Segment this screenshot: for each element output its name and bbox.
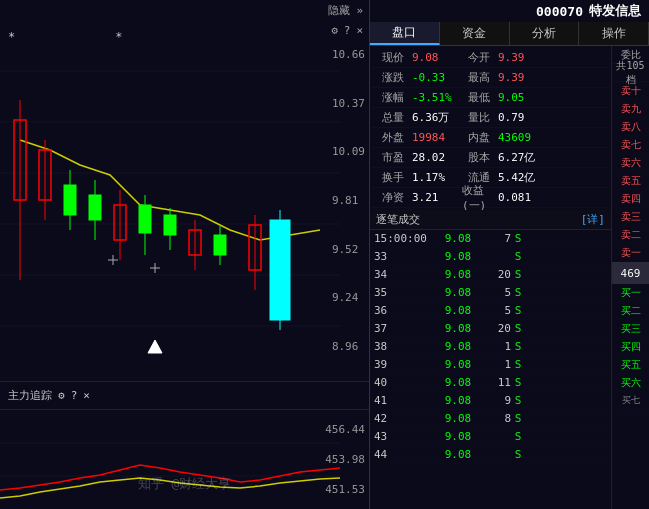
label-zhangdie: 涨跌 [372, 68, 408, 87]
tab-zijin[interactable]: 资金 [440, 22, 510, 45]
val-jinkau: 9.39 [494, 48, 609, 67]
list-item: 44 9.08 S [370, 446, 611, 464]
label-neipan: 内盘 [458, 128, 494, 147]
ob-buy-5: 买五 [612, 356, 649, 374]
sell-count: 共105档 [612, 64, 649, 82]
tab-caozuo[interactable]: 操作 [579, 22, 649, 45]
tab-fenxi[interactable]: 分析 [510, 22, 580, 45]
trade-time: 39 [370, 358, 435, 371]
main-container: 隐藏 » ⚙ ? × * * 10.66 10.37 10.09 9.81 [0, 0, 649, 509]
list-item: 43 9.08 S [370, 428, 611, 446]
mini-y-3: 451.53 [325, 483, 365, 496]
list-item: 38 9.08 1 S [370, 338, 611, 356]
svg-rect-11 [64, 185, 76, 215]
list-item: 41 9.08 9 S [370, 392, 611, 410]
val-xianjia: 9.08 [408, 48, 458, 67]
settings-icon[interactable]: ⚙ [331, 24, 338, 37]
tracker-settings-icon[interactable]: ⚙ [58, 389, 65, 402]
ob-sell-9: 卖九 [612, 100, 649, 118]
trade-vol: 8 [481, 412, 511, 425]
right-header: 000070 特发信息 [370, 0, 649, 22]
trade-time: 43 [370, 430, 435, 443]
trade-side: S [511, 358, 525, 371]
ob-sell-4: 卖四 [612, 190, 649, 208]
tracker-help-icon[interactable]: ? [71, 389, 78, 402]
svg-rect-19 [164, 215, 176, 235]
val-zuidi: 9.05 [494, 88, 609, 107]
trade-side: S [511, 340, 525, 353]
right-panel: 000070 特发信息 盘口 资金 分析 操作 现价 9.08 今开 9.39 [370, 0, 649, 509]
trade-vol: 11 [481, 376, 511, 389]
trade-price: 9.08 [435, 304, 481, 317]
trade-price: 9.08 [435, 358, 481, 371]
svg-marker-32 [148, 340, 162, 353]
ob-buy-7: 买七 [612, 392, 649, 410]
ob-buy-1: 买一 [612, 284, 649, 302]
trade-time: 42 [370, 412, 435, 425]
list-item: 39 9.08 1 S [370, 356, 611, 374]
tab-bar: 盘口 资金 分析 操作 [370, 22, 649, 46]
trade-time: 35 [370, 286, 435, 299]
trade-price: 9.08 [435, 286, 481, 299]
val-zuigao: 9.39 [494, 68, 609, 87]
tab-pankou[interactable]: 盘口 [370, 22, 440, 45]
label-shouyi: 收益(一) [458, 188, 494, 207]
trade-side: S [511, 412, 525, 425]
val-zhangfu: -3.51% [408, 88, 458, 107]
info-row-huanshou: 换手 1.17% 流通 5.42亿 [372, 168, 609, 188]
orderbook-panel: 委比 共105档 卖十 卖九 卖八 卖七 卖六 卖五 卖四 卖三 卖二 卖一 4… [611, 46, 649, 509]
trade-vol: 5 [481, 286, 511, 299]
trade-vol: 7 [481, 232, 511, 245]
ob-sell-10: 卖十 [612, 82, 649, 100]
trade-side: S [511, 232, 525, 245]
val-zongliang: 6.36万 [408, 108, 458, 127]
trade-price: 9.08 [435, 268, 481, 281]
trade-side: S [511, 304, 525, 317]
ob-sell-5: 卖五 [612, 172, 649, 190]
ob-sell-1: 卖一 [612, 244, 649, 262]
trade-vol: 5 [481, 304, 511, 317]
label-zuidi: 最低 [458, 88, 494, 107]
val-zhangdie: -0.33 [408, 68, 458, 87]
trade-vol: 1 [481, 340, 511, 353]
svg-rect-23 [214, 235, 226, 255]
trade-vol: 1 [481, 358, 511, 371]
trade-side: S [511, 250, 525, 263]
trade-side: S [511, 448, 525, 461]
hide-button[interactable]: 隐藏 » [328, 3, 363, 18]
trade-vol: 20 [481, 268, 511, 281]
ob-sell-8: 卖八 [612, 118, 649, 136]
trade-side: S [511, 268, 525, 281]
label-waipan: 外盘 [372, 128, 408, 147]
info-row-shiying: 市盈 28.02 股本 6.27亿 [372, 148, 609, 168]
mini-chart: 456.44 453.98 451.53 知乎 @财经大亨 [0, 409, 369, 509]
label-jinkau: 今开 [458, 48, 494, 67]
close-icon[interactable]: × [356, 24, 363, 37]
svg-rect-13 [89, 195, 101, 220]
trade-price: 9.08 [435, 250, 481, 263]
val-neipan: 43609 [494, 128, 609, 147]
help-icon[interactable]: ? [344, 24, 351, 37]
trade-detail-link[interactable]: [详] [581, 212, 605, 227]
trade-side: S [511, 430, 525, 443]
main-chart-area: ⚙ ? × * * 10.66 10.37 10.09 9.81 9.52 9.… [0, 20, 369, 381]
trade-price: 9.08 [435, 322, 481, 335]
tracker-close-icon[interactable]: × [83, 389, 90, 402]
trade-price: 9.08 [435, 376, 481, 389]
list-item: 15:00:00 9.08 7 S [370, 230, 611, 248]
list-item: 40 9.08 11 S [370, 374, 611, 392]
ob-sell-3: 卖三 [612, 208, 649, 226]
stock-name: 特发信息 [589, 2, 641, 20]
info-row-zhangfu: 涨幅 -3.51% 最低 9.05 [372, 88, 609, 108]
mini-y-2: 453.98 [325, 453, 365, 466]
ob-sell-6: 卖六 [612, 154, 649, 172]
mini-y-1: 456.44 [325, 423, 365, 436]
ob-sell-2: 卖二 [612, 226, 649, 244]
ob-buy-6: 买六 [612, 374, 649, 392]
list-item: 42 9.08 8 S [370, 410, 611, 428]
val-liutong: 5.42亿 [494, 168, 609, 187]
trade-side: S [511, 286, 525, 299]
trade-time: 38 [370, 340, 435, 353]
trade-rows: 15:00:00 9.08 7 S 33 9.08 S 34 9.08 [370, 230, 611, 464]
ob-sell-7: 卖七 [612, 136, 649, 154]
